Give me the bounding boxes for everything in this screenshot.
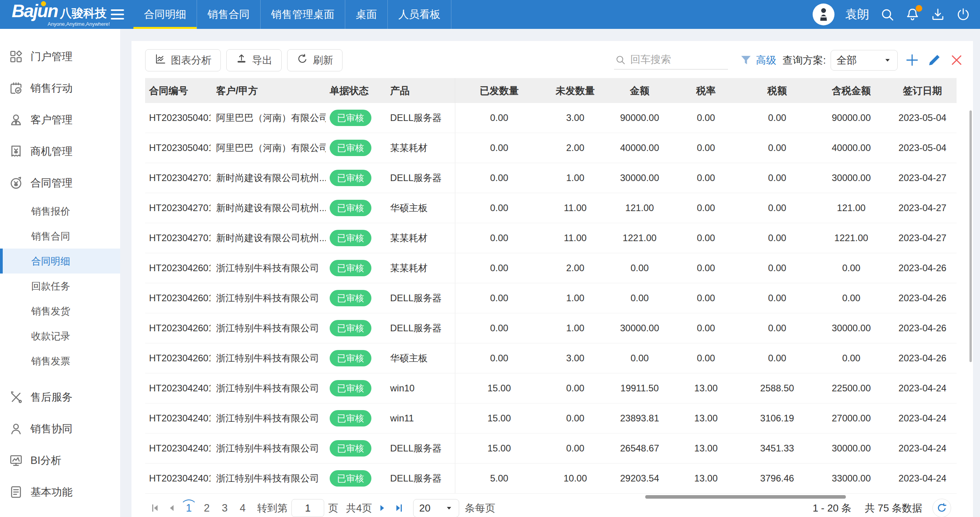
table-cell: 2023-04-27 — [888, 203, 957, 213]
app-logo[interactable]: Bajun 八骏科技 Anyone,Anytime,Anywhere! — [0, 0, 108, 29]
horizontal-scrollbar[interactable] — [645, 495, 846, 499]
filter-icon[interactable] — [740, 54, 752, 66]
nav-tab-label: 销售管理桌面 — [271, 7, 334, 21]
nav-tab-2[interactable]: 销售合同 — [197, 0, 261, 29]
sidebar-item-3[interactable]: 客户管理 — [0, 104, 120, 135]
sidebar-subitem-2[interactable]: 销售合同 — [0, 224, 120, 249]
sidebar-subitem-1[interactable]: 销售报价 — [0, 199, 120, 224]
goto-page-input[interactable] — [291, 499, 324, 517]
grid-icon — [9, 50, 23, 64]
next-page-button[interactable] — [374, 500, 391, 516]
vertical-scrollbar[interactable] — [969, 110, 972, 362]
user-name[interactable]: 袁朗 — [845, 6, 869, 23]
table-cell: 33000.00 — [814, 473, 888, 484]
sidebar-item-6[interactable]: 售后服务 — [0, 381, 120, 413]
column-header[interactable]: 金额 — [607, 84, 672, 97]
table-cell: DELL服务器 — [386, 283, 455, 313]
page-number-1[interactable]: 1 — [180, 499, 197, 517]
table-header-row: 合同编号客户/甲方单据状态产品已发数量未发数量金额税率税额含税金额签订日期 — [145, 78, 957, 103]
query-plan-select[interactable]: 全部 — [831, 50, 898, 71]
page-number-2[interactable]: 2 — [198, 499, 215, 517]
sidebar-subitem-5[interactable]: 销售发货 — [0, 298, 120, 323]
sidebar-item-4[interactable]: 商机管理 — [0, 135, 120, 167]
table-row[interactable]: HT2023050401阿里巴巴（河南）有限公司已审核某某耗材0.002.004… — [145, 133, 957, 163]
nav-tab-5[interactable]: 人员看板 — [388, 0, 451, 29]
person-icon — [9, 422, 23, 436]
nav-tab-1[interactable]: 合同明细 — [133, 0, 197, 29]
reload-button[interactable] — [932, 499, 951, 517]
nav-tab-label: 桌面 — [356, 7, 377, 21]
edit-plan-button[interactable] — [927, 52, 942, 68]
last-page-button[interactable] — [391, 500, 407, 516]
table-cell: 浙江特别牛科技有限公司 — [211, 412, 326, 425]
column-header[interactable]: 签订日期 — [888, 84, 957, 97]
table-cell: 阿里巴巴（河南）有限公司 — [211, 112, 326, 124]
prev-page-button[interactable] — [163, 500, 180, 516]
nav-tabs: 合同明细销售合同销售管理桌面桌面人员看板 — [133, 0, 451, 29]
column-header[interactable]: 合同编号 — [145, 84, 211, 97]
nav-tab-4[interactable]: 桌面 — [345, 0, 388, 29]
page-number-3[interactable]: 3 — [216, 499, 233, 517]
search-icon[interactable] — [880, 7, 895, 22]
table-cell: 0.00 — [672, 233, 740, 243]
table-cell: 22500.00 — [814, 383, 888, 394]
bell-icon[interactable] — [905, 7, 920, 22]
table-row[interactable]: HT2023042701新时尚建设有限公司杭州...已审核DELL服务器0.00… — [145, 163, 957, 193]
column-header[interactable]: 税率 — [672, 84, 740, 97]
toolbar-button-1[interactable]: 图表分析 — [145, 49, 221, 71]
download-icon[interactable] — [930, 7, 945, 22]
table-cell: DELL服务器 — [386, 464, 455, 493]
table-cell: 5.00 — [455, 473, 543, 484]
table-row[interactable]: HT2023042401浙江特别牛科技有限公司已审核win1015.000.00… — [145, 373, 957, 403]
column-header[interactable]: 产品 — [386, 78, 455, 103]
table-cell: DELL服务器 — [386, 433, 455, 463]
table-row[interactable]: HT2023042601浙江特别牛科技有限公司已审核DELL服务器0.001.0… — [145, 313, 957, 343]
column-header[interactable]: 已发数量 — [455, 84, 543, 97]
user-avatar[interactable] — [813, 4, 834, 25]
table-row[interactable]: HT2023042401浙江特别牛科技有限公司已审核DELL服务器5.0010.… — [145, 464, 957, 494]
column-header[interactable]: 税额 — [740, 84, 814, 97]
sidebar-subitem-4[interactable]: 回款任务 — [0, 274, 120, 298]
table-row[interactable]: HT2023042601浙江特别牛科技有限公司已审核某某耗材0.002.000.… — [145, 253, 957, 283]
add-plan-button[interactable] — [904, 52, 920, 68]
table-row[interactable]: HT2023050401阿里巴巴（河南）有限公司已审核DELL服务器0.003.… — [145, 103, 957, 133]
sidebar-item-5[interactable]: 合同管理 — [0, 167, 120, 199]
table-row[interactable]: HT2023042701新时尚建设有限公司杭州...已审核华硕主板0.0011.… — [145, 193, 957, 223]
first-page-button[interactable] — [147, 500, 163, 516]
sidebar-item-1[interactable]: 门户管理 — [0, 41, 120, 72]
top-navbar: Bajun 八骏科技 Anyone,Anytime,Anywhere! 合同明细… — [0, 0, 980, 29]
table-row[interactable]: HT2023042401浙江特别牛科技有限公司已审核DELL服务器15.000.… — [145, 433, 957, 464]
table-cell: 15.00 — [455, 383, 543, 394]
table-cell: HT2023042401 — [145, 473, 211, 484]
delete-plan-button[interactable] — [949, 52, 964, 68]
column-header[interactable]: 未发数量 — [543, 84, 607, 97]
power-icon[interactable] — [956, 7, 971, 22]
table-cell: 0.00 — [672, 353, 740, 364]
search-input[interactable] — [630, 53, 726, 66]
sidebar-item-9[interactable]: 基本功能 — [0, 476, 120, 508]
sidebar-subitem-6[interactable]: 收款记录 — [0, 323, 120, 348]
column-header[interactable]: 单据状态 — [326, 84, 386, 97]
page-size-select[interactable]: 20 — [413, 499, 459, 517]
nav-tab-3[interactable]: 销售管理桌面 — [261, 0, 345, 29]
table-row[interactable]: HT2023042601浙江特别牛科技有限公司已审核华硕主板0.003.000.… — [145, 343, 957, 373]
column-header[interactable]: 含税金额 — [814, 84, 888, 97]
page-number-4[interactable]: 4 — [234, 499, 251, 517]
table-row[interactable]: HT2023042401浙江特别牛科技有限公司已审核win1115.000.00… — [145, 403, 957, 433]
column-header[interactable]: 客户/甲方 — [211, 84, 326, 97]
table-row[interactable]: HT2023042601浙江特别牛科技有限公司已审核DELL服务器0.001.0… — [145, 283, 957, 313]
sidebar-item-7[interactable]: 销售协同 — [0, 413, 120, 444]
sidebar-subitem-7[interactable]: 销售发票 — [0, 348, 120, 373]
sidebar-item-2[interactable]: 销售行动 — [0, 72, 120, 104]
advanced-link[interactable]: 高级 — [756, 53, 776, 67]
sidebar-subitem-3[interactable]: 合同明细 — [0, 249, 120, 274]
toolbar-button-2[interactable]: 导出 — [226, 49, 282, 71]
table-row[interactable]: HT2023042701新时尚建设有限公司杭州...已审核某某耗材0.0011.… — [145, 223, 957, 253]
sidebar-item-label: 销售行动 — [30, 81, 73, 95]
table-cell: 0.00 — [672, 172, 740, 183]
sidebar-item-8[interactable]: BI分析 — [0, 444, 120, 476]
menu-toggle-icon[interactable] — [111, 0, 128, 29]
table-cell: 已审核 — [326, 200, 386, 216]
table-cell: 30000.00 — [607, 323, 672, 334]
toolbar-button-3[interactable]: 刷新 — [287, 49, 343, 71]
